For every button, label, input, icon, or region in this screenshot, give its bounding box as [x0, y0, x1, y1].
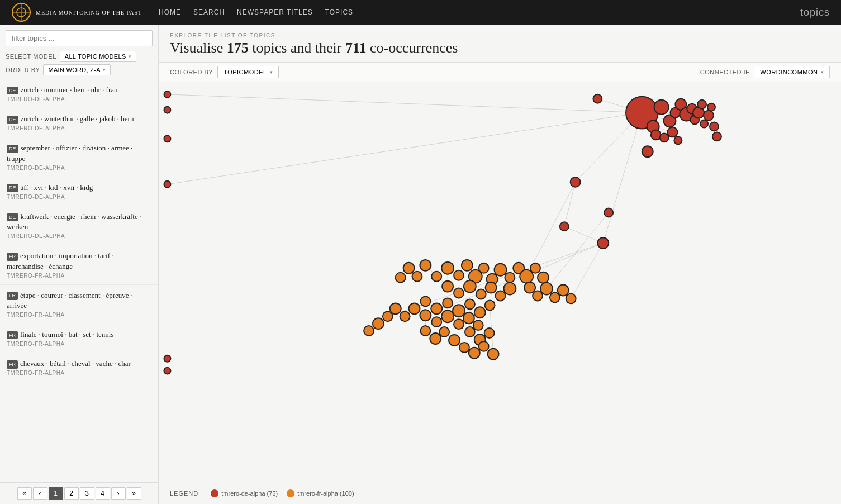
svg-point-164 — [479, 264, 488, 273]
svg-point-224 — [474, 321, 483, 330]
svg-point-190 — [464, 281, 476, 292]
page-button[interactable]: 4 — [96, 487, 110, 500]
svg-point-228 — [401, 312, 410, 321]
svg-point-250 — [485, 329, 494, 337]
svg-point-212 — [486, 301, 495, 310]
svg-point-124 — [674, 137, 681, 144]
svg-point-238 — [541, 283, 552, 294]
svg-point-210 — [475, 307, 485, 317]
topic-item[interactable]: DEzürich · winterthur · galle · jakob · … — [0, 108, 158, 137]
svg-point-182 — [404, 263, 414, 273]
colored-by-dropdown[interactable]: TOPICMODEL ▾ — [217, 66, 279, 78]
page-title: topics — [800, 7, 830, 18]
svg-point-232 — [383, 312, 392, 321]
lang-badge: FR — [7, 253, 18, 261]
topic-model-tag: TMRERO-FR-ALPHA — [7, 273, 151, 279]
page-button[interactable]: « — [17, 487, 32, 500]
svg-point-196 — [496, 292, 505, 301]
topic-item[interactable]: FRchevaux · bétail · cheval · vache · ch… — [0, 353, 158, 382]
navbar: Media Monitoring of the Past HOME SEARCH… — [0, 0, 841, 25]
svg-point-258 — [479, 342, 488, 351]
topic-model-tag: TMRERO-FR-ALPHA — [7, 341, 151, 347]
svg-point-216 — [432, 317, 441, 326]
brand-text: Media Monitoring of the Past — [36, 9, 142, 16]
svg-point-246 — [465, 327, 474, 336]
lang-badge: DE — [7, 116, 18, 124]
svg-point-142 — [164, 182, 170, 187]
topic-words: DEseptember · offizier · division · arme… — [7, 143, 151, 163]
topic-model-tag: TMRERO-FR-ALPHA — [7, 312, 151, 318]
page-button[interactable]: 1 — [49, 487, 63, 500]
topic-item[interactable]: FRexportation · importation · tarif · ma… — [0, 245, 158, 284]
svg-point-268 — [373, 318, 383, 329]
svg-point-146 — [164, 368, 170, 374]
svg-point-270 — [364, 326, 373, 335]
svg-point-254 — [460, 343, 469, 352]
svg-point-260 — [488, 349, 498, 359]
sidebar-controls: SELECT MODEL ALL TOPIC MODELS ▾ ORDER BY… — [0, 25, 158, 79]
connected-if-dropdown[interactable]: WORDINCOMMON ▾ — [754, 66, 830, 78]
lang-badge: FR — [7, 292, 18, 300]
svg-point-170 — [505, 273, 514, 282]
svg-point-234 — [525, 283, 535, 293]
svg-point-114 — [710, 123, 718, 131]
topic-item[interactable]: FRfinale · tournoi · bat · set · tennis … — [0, 324, 158, 353]
page-button[interactable]: ‹ — [33, 487, 47, 500]
select-model-dropdown[interactable]: ALL TOPIC MODELS ▾ — [60, 51, 136, 62]
main-title: Visualise 175 topics and their 711 co-oc… — [159, 40, 841, 62]
svg-point-110 — [704, 111, 713, 120]
svg-line-86 — [571, 243, 604, 298]
svg-point-150 — [713, 132, 721, 140]
svg-point-222 — [464, 313, 474, 323]
svg-point-90 — [655, 101, 668, 114]
svg-point-134 — [605, 209, 612, 217]
svg-point-122 — [668, 127, 677, 136]
svg-point-126 — [643, 146, 653, 156]
topic-item[interactable]: DEkraftwerk · energie · rhein · wasserkr… — [0, 206, 158, 245]
svg-point-236 — [533, 292, 542, 301]
svg-point-184 — [396, 273, 405, 282]
topic-words: DEäff · xvi · kid · xvii · kidg — [7, 183, 151, 193]
topic-model-tag: TMRERO-FR-ALPHA — [7, 370, 151, 376]
svg-point-158 — [454, 271, 463, 280]
filter-topics-input[interactable] — [6, 30, 153, 46]
nav-topics[interactable]: TOPICS — [325, 8, 353, 16]
nav-newspaper-titles[interactable]: NEWSPAPER TITLES — [237, 8, 313, 16]
topic-item[interactable]: DEseptember · offizier · division · arme… — [0, 137, 158, 177]
topic-model-tag: TMRERO-DE-ALPHA — [7, 96, 151, 102]
svg-point-138 — [164, 107, 170, 113]
legend-dot-fr — [287, 489, 294, 497]
topic-list: DEzürich · nummer · herr · uhr · frau TM… — [0, 79, 158, 482]
page-button[interactable]: 2 — [64, 487, 79, 500]
svg-point-106 — [698, 101, 706, 108]
svg-point-176 — [531, 264, 540, 273]
svg-point-120 — [661, 134, 668, 141]
svg-point-186 — [443, 282, 453, 292]
svg-point-148 — [593, 95, 601, 103]
sidebar: SELECT MODEL ALL TOPIC MODELS ▾ ORDER BY… — [0, 25, 159, 504]
order-by-value: MAIN WORD, Z-A — [48, 66, 100, 73]
order-by-row: ORDER BY MAIN WORD, Z-A ▾ — [6, 64, 153, 75]
order-by-label: ORDER BY — [6, 66, 40, 73]
page-button[interactable]: › — [111, 487, 126, 500]
legend-item-fr: tmrero-fr-alpha (100) — [287, 489, 354, 497]
page-button[interactable]: 3 — [80, 487, 94, 500]
page-button[interactable]: » — [127, 487, 141, 500]
topic-item[interactable]: DEzürich · nummer · herr · uhr · frau TM… — [0, 79, 158, 108]
nav-search[interactable]: SEARCH — [193, 8, 225, 16]
select-model-row: SELECT MODEL ALL TOPIC MODELS ▾ — [6, 51, 153, 62]
lang-badge: DE — [7, 145, 18, 153]
topic-item[interactable]: FRétape · coureur · classement · épreuve… — [0, 285, 158, 324]
legend: LEGEND tmrero-de-alpha (75) tmrero-fr-al… — [170, 489, 354, 497]
svg-point-178 — [538, 273, 548, 283]
topic-item[interactable]: DEäff · xvi · kid · xvii · kidg TMRERO-D… — [0, 177, 158, 206]
lang-badge: DE — [7, 184, 18, 192]
legend-item-de: tmrero-de-alpha (75) — [211, 489, 278, 497]
nav-home[interactable]: HOME — [159, 8, 181, 16]
topic-model-tag: TMRERO-DE-ALPHA — [7, 194, 151, 200]
svg-point-144 — [164, 356, 170, 362]
nav-links: HOME SEARCH NEWSPAPER TITLES TOPICS — [159, 8, 783, 16]
explore-label: EXPLORE THE LIST OF TOPICS — [159, 25, 841, 40]
order-by-dropdown[interactable]: MAIN WORD, Z-A ▾ — [43, 64, 111, 75]
main-layout: SELECT MODEL ALL TOPIC MODELS ▾ ORDER BY… — [0, 25, 841, 504]
